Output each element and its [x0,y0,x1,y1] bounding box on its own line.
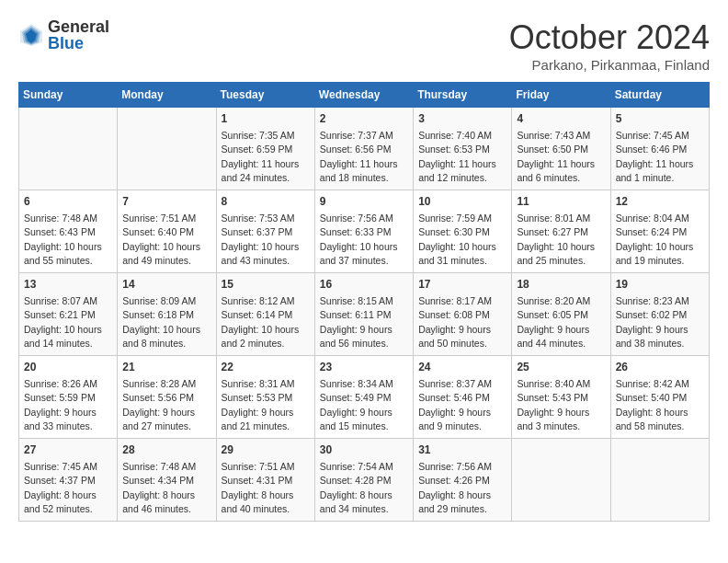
title-block: October 2024 Parkano, Pirkanmaa, Finland [509,18,710,73]
day-number: 30 [320,442,408,458]
location-subtitle: Parkano, Pirkanmaa, Finland [509,57,710,73]
week-row-3: 13Sunrise: 8:07 AM Sunset: 6:21 PM Dayli… [19,273,710,356]
calendar-cell: 18Sunrise: 8:20 AM Sunset: 6:05 PM Dayli… [512,273,610,356]
calendar-cell [19,108,118,190]
logo: General Blue [18,18,109,52]
day-info: Sunrise: 8:40 AM Sunset: 5:43 PM Dayligh… [517,378,590,431]
day-number: 14 [122,277,210,293]
day-info: Sunrise: 8:15 AM Sunset: 6:11 PM Dayligh… [320,295,393,349]
day-header-friday: Friday [512,83,610,108]
calendar-cell: 30Sunrise: 7:54 AM Sunset: 4:28 PM Dayli… [314,439,413,522]
day-number: 23 [320,360,408,375]
day-info: Sunrise: 8:23 AM Sunset: 6:02 PM Dayligh… [616,295,689,349]
calendar-cell: 25Sunrise: 8:40 AM Sunset: 5:43 PM Dayli… [512,356,610,439]
day-info: Sunrise: 8:31 AM Sunset: 5:53 PM Dayligh… [222,378,295,431]
day-info: Sunrise: 8:26 AM Sunset: 5:59 PM Dayligh… [24,378,97,431]
day-number: 8 [222,194,310,210]
day-number: 16 [320,277,408,293]
day-info: Sunrise: 7:43 AM Sunset: 6:50 PM Dayligh… [517,130,595,183]
day-info: Sunrise: 7:35 AM Sunset: 6:59 PM Dayligh… [222,130,300,183]
day-info: Sunrise: 8:12 AM Sunset: 6:14 PM Dayligh… [222,295,300,349]
day-info: Sunrise: 8:17 AM Sunset: 6:08 PM Dayligh… [418,295,492,349]
day-info: Sunrise: 7:48 AM Sunset: 6:43 PM Dayligh… [24,213,102,266]
calendar-cell [610,439,709,522]
calendar-cell: 6Sunrise: 7:48 AM Sunset: 6:43 PM Daylig… [19,190,118,273]
day-number: 28 [122,442,210,458]
day-info: Sunrise: 7:40 AM Sunset: 6:53 PM Dayligh… [418,130,496,183]
day-header-monday: Monday [118,83,216,108]
day-info: Sunrise: 8:20 AM Sunset: 6:05 PM Dayligh… [517,295,590,349]
logo-icon [18,22,44,48]
day-number: 1 [222,111,310,127]
day-number: 13 [24,277,112,293]
calendar-table: SundayMondayTuesdayWednesdayThursdayFrid… [18,82,710,522]
calendar-cell: 24Sunrise: 8:37 AM Sunset: 5:46 PM Dayli… [414,356,512,439]
calendar-cell: 5Sunrise: 7:45 AM Sunset: 6:46 PM Daylig… [610,108,709,190]
calendar-cell: 13Sunrise: 8:07 AM Sunset: 6:21 PM Dayli… [19,273,118,356]
day-number: 12 [616,194,704,210]
day-number: 22 [222,360,310,375]
day-number: 15 [222,277,310,293]
calendar-cell: 4Sunrise: 7:43 AM Sunset: 6:50 PM Daylig… [512,108,610,190]
day-info: Sunrise: 8:34 AM Sunset: 5:49 PM Dayligh… [320,378,393,431]
calendar-cell: 29Sunrise: 7:51 AM Sunset: 4:31 PM Dayli… [216,439,314,522]
day-number: 19 [616,277,704,293]
calendar-cell: 26Sunrise: 8:42 AM Sunset: 5:40 PM Dayli… [610,356,709,439]
day-number: 27 [24,442,112,458]
day-number: 11 [517,194,605,210]
calendar-cell: 9Sunrise: 7:56 AM Sunset: 6:33 PM Daylig… [314,190,413,273]
calendar-cell: 15Sunrise: 8:12 AM Sunset: 6:14 PM Dayli… [216,273,314,356]
day-number: 29 [222,442,310,458]
day-info: Sunrise: 7:37 AM Sunset: 6:56 PM Dayligh… [320,130,398,183]
calendar-cell: 14Sunrise: 8:09 AM Sunset: 6:18 PM Dayli… [118,273,216,356]
calendar-cell: 16Sunrise: 8:15 AM Sunset: 6:11 PM Dayli… [314,273,413,356]
day-number: 10 [418,194,506,210]
day-number: 2 [320,111,408,127]
day-info: Sunrise: 7:56 AM Sunset: 4:26 PM Dayligh… [418,461,492,514]
calendar-cell: 20Sunrise: 8:26 AM Sunset: 5:59 PM Dayli… [19,356,118,439]
day-number: 17 [418,277,506,293]
day-info: Sunrise: 8:01 AM Sunset: 6:27 PM Dayligh… [517,213,595,266]
day-info: Sunrise: 8:09 AM Sunset: 6:18 PM Dayligh… [122,295,200,349]
calendar-cell: 28Sunrise: 7:48 AM Sunset: 4:34 PM Dayli… [118,439,216,522]
header-row: SundayMondayTuesdayWednesdayThursdayFrid… [19,83,710,108]
day-header-saturday: Saturday [610,83,709,108]
calendar-cell: 23Sunrise: 8:34 AM Sunset: 5:49 PM Dayli… [314,356,413,439]
day-number: 6 [24,194,112,210]
day-number: 7 [122,194,210,210]
day-header-sunday: Sunday [19,83,118,108]
day-info: Sunrise: 7:48 AM Sunset: 4:34 PM Dayligh… [122,461,196,514]
day-info: Sunrise: 8:28 AM Sunset: 5:56 PM Dayligh… [122,378,196,431]
logo-blue: Blue [48,35,109,52]
day-number: 9 [320,194,408,210]
day-number: 5 [616,111,704,127]
day-header-thursday: Thursday [414,83,512,108]
week-row-2: 6Sunrise: 7:48 AM Sunset: 6:43 PM Daylig… [19,190,710,273]
calendar-cell: 1Sunrise: 7:35 AM Sunset: 6:59 PM Daylig… [216,108,314,190]
day-number: 18 [517,277,605,293]
day-header-wednesday: Wednesday [314,83,413,108]
logo-text: General Blue [48,18,109,52]
day-info: Sunrise: 7:51 AM Sunset: 6:40 PM Dayligh… [122,213,200,266]
calendar-cell: 8Sunrise: 7:53 AM Sunset: 6:37 PM Daylig… [216,190,314,273]
day-info: Sunrise: 7:51 AM Sunset: 4:31 PM Dayligh… [222,461,295,514]
calendar-cell: 17Sunrise: 8:17 AM Sunset: 6:08 PM Dayli… [414,273,512,356]
calendar-cell: 19Sunrise: 8:23 AM Sunset: 6:02 PM Dayli… [610,273,709,356]
day-number: 4 [517,111,605,127]
day-number: 3 [418,111,506,127]
day-info: Sunrise: 8:04 AM Sunset: 6:24 PM Dayligh… [616,213,694,266]
calendar-cell: 27Sunrise: 7:45 AM Sunset: 4:37 PM Dayli… [19,439,118,522]
day-number: 26 [616,360,704,375]
calendar-cell [118,108,216,190]
day-info: Sunrise: 7:45 AM Sunset: 4:37 PM Dayligh… [24,461,97,514]
day-info: Sunrise: 8:37 AM Sunset: 5:46 PM Dayligh… [418,378,492,431]
month-title: October 2024 [509,18,710,57]
calendar-cell: 22Sunrise: 8:31 AM Sunset: 5:53 PM Dayli… [216,356,314,439]
day-info: Sunrise: 7:54 AM Sunset: 4:28 PM Dayligh… [320,461,393,514]
calendar-cell [512,439,610,522]
day-info: Sunrise: 7:59 AM Sunset: 6:30 PM Dayligh… [418,213,496,266]
week-row-5: 27Sunrise: 7:45 AM Sunset: 4:37 PM Dayli… [19,439,710,522]
day-number: 24 [418,360,506,375]
day-info: Sunrise: 7:53 AM Sunset: 6:37 PM Dayligh… [222,213,300,266]
week-row-1: 1Sunrise: 7:35 AM Sunset: 6:59 PM Daylig… [19,108,710,190]
